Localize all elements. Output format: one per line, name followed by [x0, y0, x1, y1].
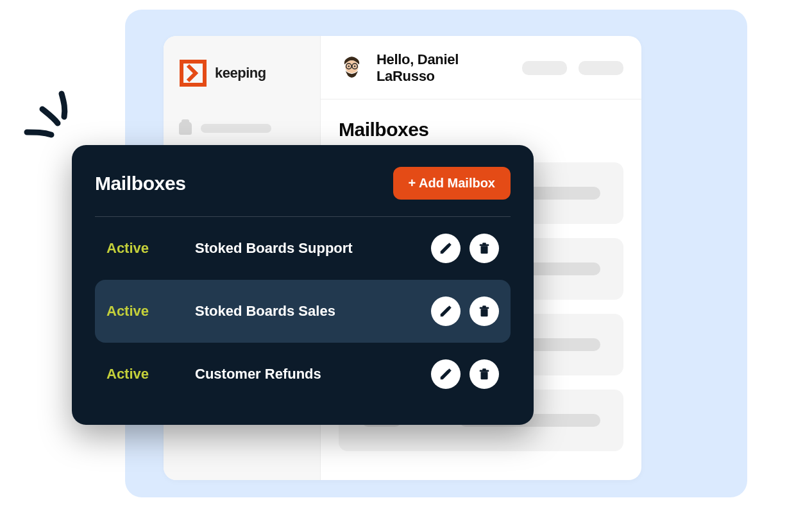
mailboxes-panel: Mailboxes + Add Mailbox ActiveStoked Boa…	[72, 145, 534, 425]
svg-rect-15	[482, 305, 486, 307]
pencil-icon	[439, 241, 453, 255]
header-action-placeholder[interactable]	[522, 61, 567, 75]
panel-title: Mailboxes	[95, 173, 185, 194]
row-actions	[431, 359, 499, 389]
header-bar: Hello, Daniel LaRusso	[321, 36, 641, 99]
mailbox-row[interactable]: ActiveCustomer Refunds	[95, 343, 511, 406]
status-badge: Active	[106, 366, 183, 382]
mailbox-row[interactable]: ActiveStoked Boards Support	[95, 217, 511, 280]
mailbox-name: Stoked Boards Sales	[195, 303, 419, 320]
brand-mark-icon	[179, 59, 207, 87]
svg-point-6	[348, 65, 350, 67]
header-action-placeholder[interactable]	[579, 61, 623, 75]
edit-button[interactable]	[431, 234, 461, 263]
row-actions	[431, 296, 499, 326]
brand-name: keeping	[215, 65, 266, 82]
edit-button[interactable]	[431, 359, 461, 389]
greeting-text: Hello, Daniel LaRusso	[376, 51, 511, 85]
edit-button[interactable]	[431, 296, 461, 326]
svg-rect-19	[482, 368, 486, 370]
mailbox-name: Stoked Boards Support	[195, 240, 419, 257]
trash-icon	[477, 241, 491, 255]
header-actions	[522, 61, 623, 75]
trash-icon	[477, 304, 491, 318]
sidebar-item[interactable]	[179, 122, 305, 135]
svg-rect-13	[481, 309, 488, 316]
svg-rect-11	[482, 243, 486, 245]
svg-point-7	[354, 65, 355, 67]
mailbox-name: Customer Refunds	[195, 366, 419, 382]
section-title: Mailboxes	[339, 119, 623, 141]
delete-button[interactable]	[469, 296, 499, 326]
sidebar-item-label-placeholder	[201, 124, 271, 133]
pencil-icon	[439, 367, 453, 381]
svg-rect-9	[481, 246, 488, 254]
row-actions	[431, 234, 499, 263]
delete-button[interactable]	[469, 234, 499, 263]
status-badge: Active	[106, 240, 183, 257]
status-badge: Active	[106, 303, 183, 320]
add-mailbox-button[interactable]: + Add Mailbox	[393, 167, 511, 200]
delete-button[interactable]	[469, 359, 499, 389]
avatar[interactable]	[339, 54, 365, 82]
trash-icon	[477, 367, 491, 381]
home-icon	[179, 122, 192, 135]
svg-rect-17	[481, 372, 488, 379]
spark-decoration	[18, 90, 82, 148]
pencil-icon	[439, 304, 453, 318]
panel-header: Mailboxes + Add Mailbox	[95, 167, 511, 217]
brand-logo: keeping	[179, 59, 305, 87]
mailbox-row[interactable]: ActiveStoked Boards Sales	[95, 280, 511, 343]
